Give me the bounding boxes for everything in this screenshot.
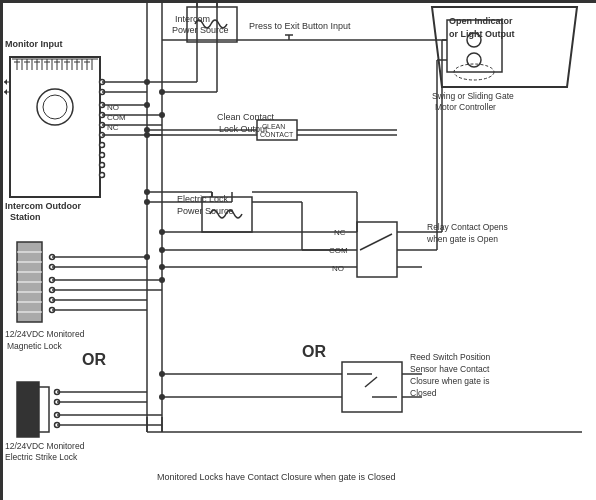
svg-point-136 <box>159 371 165 377</box>
svg-text:Intercom: Intercom <box>175 14 210 24</box>
svg-point-38 <box>100 173 105 178</box>
svg-text:or Light Output: or Light Output <box>449 29 514 39</box>
svg-text:Electric Strike Lock: Electric Strike Lock <box>5 452 78 462</box>
svg-point-137 <box>159 394 165 400</box>
svg-point-182 <box>144 199 150 205</box>
svg-point-28 <box>43 95 67 119</box>
svg-text:Closure when gate is: Closure when gate is <box>410 376 489 386</box>
svg-text:Open Indicator: Open Indicator <box>449 16 513 26</box>
svg-text:Intercom Outdoor: Intercom Outdoor <box>5 201 81 211</box>
svg-text:Relay Contact Opens: Relay Contact Opens <box>427 222 508 232</box>
svg-point-35 <box>100 143 105 148</box>
svg-text:12/24VDC Monitored: 12/24VDC Monitored <box>5 441 85 451</box>
svg-text:OR: OR <box>302 343 326 360</box>
svg-text:Power Source: Power Source <box>172 25 229 35</box>
svg-text:OR: OR <box>82 351 106 368</box>
svg-text:when gate is Open: when gate is Open <box>426 234 498 244</box>
svg-point-140 <box>467 53 481 67</box>
svg-text:Monitor Input: Monitor Input <box>5 39 62 49</box>
svg-text:Clean Contact: Clean Contact <box>217 112 275 122</box>
svg-text:12/24VDC Monitored: 12/24VDC Monitored <box>5 329 85 339</box>
svg-rect-109 <box>357 222 397 277</box>
wiring-diagram: NO COM NC <box>0 0 596 500</box>
svg-point-68 <box>159 89 165 95</box>
svg-text:Magnetic Lock: Magnetic Lock <box>7 341 63 351</box>
svg-point-181 <box>144 189 150 195</box>
svg-text:Closed: Closed <box>410 388 437 398</box>
svg-rect-1 <box>10 57 100 197</box>
svg-text:NO: NO <box>332 264 344 273</box>
svg-text:Swing or Sliding Gate: Swing or Sliding Gate <box>432 91 514 101</box>
svg-rect-99 <box>17 382 39 437</box>
svg-text:Monitored Locks have Contact C: Monitored Locks have Contact Closure whe… <box>157 472 396 482</box>
svg-text:Station: Station <box>10 212 41 222</box>
svg-rect-100 <box>39 387 49 432</box>
svg-text:Press to Exit Button Input: Press to Exit Button Input <box>249 21 351 31</box>
svg-text:Sensor have Contact: Sensor have Contact <box>410 364 490 374</box>
svg-point-193 <box>144 132 150 138</box>
svg-point-123 <box>159 229 165 235</box>
svg-text:Reed Switch Position: Reed Switch Position <box>410 352 491 362</box>
svg-point-36 <box>100 153 105 158</box>
svg-text:Motor Controller: Motor Controller <box>435 102 496 112</box>
svg-rect-126 <box>342 362 402 412</box>
svg-point-67 <box>144 79 150 85</box>
svg-point-98 <box>159 277 165 283</box>
svg-point-124 <box>159 247 165 253</box>
svg-point-125 <box>159 264 165 270</box>
svg-point-37 <box>100 163 105 168</box>
svg-point-70 <box>159 112 165 118</box>
svg-text:Power Source: Power Source <box>177 206 234 216</box>
svg-text:Lock Output: Lock Output <box>219 124 268 134</box>
svg-point-97 <box>144 254 150 260</box>
svg-point-69 <box>144 102 150 108</box>
